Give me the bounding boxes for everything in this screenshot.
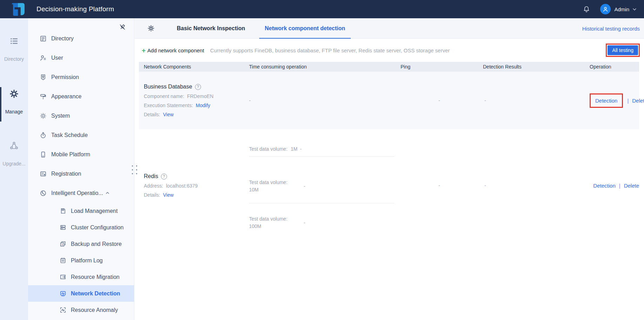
rail-item-directory[interactable]: Directory <box>0 37 28 62</box>
sidebar-item-label: Resource Anomaly <box>71 307 118 313</box>
detection-link[interactable]: Detection <box>593 183 615 189</box>
key-badge-icon <box>40 74 47 81</box>
monitor-pulse-icon <box>60 290 66 297</box>
sidebar-item-label: System <box>51 113 70 119</box>
sidebar-item-network-detection[interactable]: Network Detection <box>28 285 134 302</box>
sidebar-item-backup-and-restore[interactable]: 5 Backup and Restore <box>28 236 134 252</box>
sidebar-item-label: Task Schedule <box>51 132 88 138</box>
detection-result-value: - <box>483 98 590 103</box>
sidebar-item-label: Intelligent Operatio... <box>51 190 103 196</box>
avatar <box>600 4 611 14</box>
sidebar-item-intelligent-operations[interactable]: Intelligent Operatio... <box>28 183 134 203</box>
sidebar-item-label: Mobile Platform <box>51 151 90 158</box>
field-label: Component name: <box>144 93 184 99</box>
test-volume-label: Test data volume: <box>249 146 288 152</box>
table-row: Redis ? Address:localhost:6379 Details:V… <box>139 129 639 242</box>
annotation-box-all-testing: All testing <box>606 44 640 57</box>
ping-value: - <box>401 183 483 188</box>
detection-link[interactable]: Detection <box>595 98 617 104</box>
column-header: Ping <box>401 64 483 70</box>
help-question-icon[interactable]: ? <box>195 84 201 90</box>
test-volume-label: Test data volume: <box>249 215 288 223</box>
user-name: Admin <box>614 6 629 12</box>
secondary-sidebar: Directory User Permission Appearance Sys <box>28 18 134 320</box>
components-table: Network Components Time consuming operat… <box>139 62 639 242</box>
mobile-phone-icon <box>40 151 47 158</box>
delete-link[interactable]: Delete <box>632 98 644 104</box>
action-separator: | <box>619 183 620 189</box>
time-consuming-blocks: Test data volume: 1M - Test data volume:… <box>249 129 394 242</box>
test-volume-row-1m: Test data volume: 1M - <box>249 129 394 157</box>
sidebar-resize-handle[interactable] <box>131 164 138 175</box>
delete-link[interactable]: Delete <box>624 183 639 189</box>
primary-rail: Directory Manage Upgrade... <box>0 18 28 320</box>
app-logo-icon <box>11 2 25 16</box>
component-name: Redis <box>144 173 158 179</box>
table-header-row: Network Components Time consuming operat… <box>139 62 639 72</box>
tab-network-component-detection[interactable]: Network component detection <box>262 18 348 39</box>
user-menu[interactable]: Admin <box>600 4 637 14</box>
sidebar-item-directory[interactable]: Directory <box>28 29 134 48</box>
test-volume-label: Test data volume: <box>249 179 288 186</box>
sidebar-item-resource-anomaly[interactable]: Resource Anomaly <box>28 302 134 318</box>
view-details-link[interactable]: View <box>163 192 174 198</box>
add-network-component-label: Add network component <box>147 47 204 53</box>
sidebar-item-label: Registration <box>51 171 81 177</box>
unpin-sidebar-icon[interactable] <box>119 23 126 31</box>
sidebar-item-system[interactable]: System <box>28 106 134 125</box>
plus-icon: + <box>142 47 146 54</box>
sidebar-item-label: Load Management <box>71 208 118 214</box>
document-plus-icon <box>40 170 47 177</box>
sidebar-item-load-management[interactable]: Load Management <box>28 203 134 219</box>
all-testing-button[interactable]: All testing <box>608 45 638 55</box>
ping-value: - <box>401 98 483 103</box>
notification-bell-icon[interactable] <box>583 5 590 13</box>
rail-item-manage[interactable]: Manage <box>0 89 28 115</box>
backup-copy-icon: 5 <box>60 241 66 247</box>
rail-item-upgrade[interactable]: Upgrade... <box>0 141 28 166</box>
directory-list-icon <box>0 37 28 46</box>
tab-basic-network-inspection[interactable]: Basic Network Inspection <box>174 18 248 39</box>
sidebar-item-mobile-platform[interactable]: Mobile Platform <box>28 145 134 164</box>
user-icon <box>40 54 47 61</box>
historical-testing-records-link[interactable]: Historical testing records <box>582 25 640 31</box>
sidebar-item-label: Appearance <box>51 93 81 100</box>
sidebar-item-cluster-configuration[interactable]: Cluster Configuration <box>28 219 134 236</box>
sidebar-item-label: User <box>51 55 63 61</box>
test-volume-row-100m: Test data volume: 100M - <box>249 203 394 242</box>
sidebar-item-permission[interactable]: Permission <box>28 67 134 87</box>
view-details-link[interactable]: View <box>163 112 174 117</box>
help-question-icon[interactable]: ? <box>161 174 167 179</box>
time-consuming-value: - <box>300 146 302 152</box>
stopwatch-icon <box>40 132 47 139</box>
table-row: Business Database ? Component name:FRDem… <box>139 72 639 129</box>
main-content: Basic Network Inspection Network compone… <box>135 18 644 320</box>
test-volume-row-10m: Test data volume: 10M - <box>249 157 394 203</box>
sidebar-item-registration[interactable]: Registration <box>28 164 134 183</box>
time-consuming-value: - <box>249 98 401 103</box>
rail-label: Upgrade... <box>0 161 28 166</box>
add-network-component-button[interactable]: + Add network component <box>142 47 204 54</box>
sidebar-item-platform-log[interactable]: Platform Log <box>28 252 134 269</box>
anomaly-pulse-icon <box>60 307 66 313</box>
modify-link[interactable]: Modify <box>196 103 210 108</box>
field-value: FRDemoEN <box>187 93 213 99</box>
sidebar-item-task-schedule[interactable]: Task Schedule <box>28 125 134 145</box>
sidebar-item-resource-migration[interactable]: Resource Migration <box>28 269 134 285</box>
gear-icon <box>0 89 28 98</box>
settings-gear-icon[interactable] <box>147 25 155 32</box>
test-volume-value: 100M <box>249 223 288 230</box>
sidebar-item-appearance[interactable]: Appearance <box>28 87 134 106</box>
svg-text:5: 5 <box>62 243 63 246</box>
sidebar-item-label: Resource Migration <box>71 274 120 280</box>
supported-components-hint: Currently supports FineDB, business data… <box>210 47 450 53</box>
column-header: Network Components <box>139 64 249 70</box>
toolbar: + Add network component Currently suppor… <box>135 39 644 62</box>
test-volume-value: 10M <box>249 186 288 194</box>
sidebar-item-label: Permission <box>51 74 79 80</box>
column-header: Detection Results <box>483 64 590 70</box>
field-label: Details: <box>144 192 160 198</box>
sidebar-item-user[interactable]: User <box>28 48 134 67</box>
time-consuming-value: - <box>304 220 306 226</box>
field-value: localhost:6379 <box>166 183 197 189</box>
